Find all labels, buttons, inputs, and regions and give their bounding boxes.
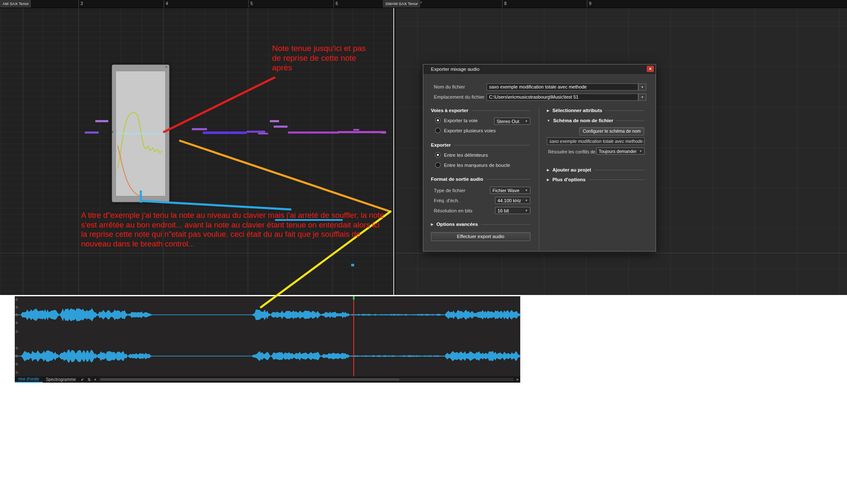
scroll-right-icon[interactable]: ► [516, 378, 519, 381]
midi-note[interactable] [192, 128, 207, 130]
conflicts-label: Résoudre les conflits de. [548, 148, 597, 155]
channel-select-dropdown[interactable]: Stereo Out ▼ [494, 118, 530, 125]
scale-label: 0 [16, 354, 18, 358]
dialog-title: Exporter mixage audio [423, 64, 479, 74]
radio-icon[interactable] [435, 128, 441, 133]
radio-between-locators[interactable]: Entre les délimiteurs [435, 152, 488, 158]
annotation-paragraph: A titre d"exemple j'ai tenu la note au n… [81, 211, 384, 249]
midi-note[interactable] [85, 131, 99, 134]
playhead-cursor[interactable] [353, 296, 354, 376]
tab-spectrogram[interactable]: Spectrogramme [43, 377, 79, 382]
midi-note[interactable] [270, 120, 279, 122]
filename-input[interactable]: saxo exemple modification totale avec me… [487, 83, 638, 91]
scale-label: 0 [16, 313, 18, 317]
sample-rate-dropdown[interactable]: 44.100 kHz ▼ [495, 197, 530, 204]
midi-note[interactable] [288, 131, 339, 134]
radio-export-channel[interactable]: Exporter la voie [435, 118, 478, 123]
export-audio-button[interactable]: Effectuer export audio [431, 232, 530, 241]
waveform-burst [128, 353, 152, 359]
waveform-burst [271, 351, 321, 361]
waveform-burst [271, 311, 321, 319]
bit-depth-dropdown[interactable]: 16 bit ▼ [495, 207, 530, 214]
radio-cycle-markers[interactable]: Entre les marqueurs de boucle [435, 162, 510, 168]
midi-note[interactable] [203, 131, 247, 134]
checkbox-icon[interactable]: ✔ [81, 378, 84, 382]
waveform-burst [445, 310, 520, 319]
configure-scheme-button[interactable]: Configurer le schéma de nom [579, 127, 644, 135]
location-history-button[interactable]: ▼ [638, 94, 646, 101]
collapse-arrow-icon: ▶ [547, 168, 549, 172]
midi-note[interactable] [274, 126, 288, 128]
waveform-burst [128, 311, 152, 318]
waveform-burst [350, 314, 444, 316]
left-marker-icon: × [111, 130, 113, 134]
scroll-left-icon[interactable]: ◄ [93, 378, 97, 381]
waveform-burst [21, 308, 59, 321]
scale-label: 6- [16, 321, 19, 325]
app-stage: AM SAX Tenor SWAM SAX Tenor 3456789 · · … [0, 0, 847, 504]
tab-waveform[interactable]: rme d'onde [15, 376, 43, 383]
section-format: Format de sortie audio [431, 177, 530, 182]
waveform-panel[interactable]: 06-06-0-6-06-0- rme d'onde Spectrogramme… [15, 296, 520, 383]
radio-export-multiple[interactable]: Exporter plusieurs voies [435, 128, 496, 133]
filename-label: Nom du fichier [434, 83, 465, 91]
midi-note[interactable] [381, 131, 386, 134]
waveform-burst [252, 351, 271, 361]
midi-note[interactable] [258, 133, 268, 134]
close-icon[interactable]: × [165, 65, 167, 69]
scale-label: 0- [16, 330, 19, 334]
midi-event-dot[interactable] [351, 264, 354, 266]
file-type-dropdown[interactable]: Fichier Wave ▼ [490, 187, 530, 194]
waveform-burst [445, 351, 520, 361]
amplitude-scale: 06-06-0-6-06-0- [15, 296, 23, 376]
waveform-burst [252, 309, 271, 320]
controller-popup[interactable]: · · · · × × [112, 64, 169, 202]
radio-selected-icon[interactable] [435, 152, 441, 158]
collapse-arrow-icon: ▼ [547, 119, 550, 123]
collapse-arrow-icon: ▶ [431, 223, 433, 226]
naming-scheme-toggle[interactable]: ▼ Schéma de nom de fichier [547, 118, 645, 123]
scale-label: 6- [16, 362, 19, 366]
scale-label: 0- [16, 370, 19, 375]
annotation-note-text: Note tenue jusqu'ici et pasde reprise de… [272, 43, 366, 72]
collapse-arrow-icon: ▶ [547, 178, 549, 182]
scale-label: 6- [16, 346, 19, 350]
drag-handle-icon[interactable]: · · · · [112, 65, 169, 70]
waveform-burst [321, 353, 350, 359]
add-to-project-toggle[interactable]: ▶ Ajouter au projet [547, 167, 645, 172]
scale-label: 6- [16, 305, 19, 309]
advanced-options-toggle[interactable]: ▶ Options avancées [431, 222, 530, 227]
conflicts-dropdown[interactable]: Toujours demander ▼ [596, 147, 645, 155]
waveform-burst [97, 351, 128, 361]
bit-depth-label: Résolution en bits [434, 207, 472, 214]
location-input[interactable]: C:\Users\ericmusicstrasbourg\Music\test … [487, 94, 638, 101]
waveform-burst [21, 350, 59, 362]
sort-arrows-icon[interactable]: ⇅ [87, 378, 91, 382]
filename-history-button[interactable]: ▼ [638, 83, 646, 91]
dialog-titlebar[interactable]: Exporter mixage audio × [423, 64, 656, 74]
scrollbar-thumb[interactable] [101, 378, 399, 381]
midi-note[interactable] [353, 129, 359, 131]
chevron-down-icon: ▼ [639, 150, 642, 153]
close-button[interactable]: × [647, 66, 654, 72]
more-options-toggle[interactable]: ▶ Plus d'options [547, 177, 645, 182]
waveform-burst [350, 355, 444, 357]
location-label: Emplacement du fichier [434, 94, 484, 101]
horizontal-scrollbar[interactable] [99, 378, 514, 381]
dialog-column-divider [539, 107, 539, 250]
waveform-burst [59, 308, 97, 321]
radio-icon[interactable] [435, 162, 441, 168]
chevron-down-icon: ▼ [525, 120, 528, 123]
scale-label: 0 [16, 298, 18, 302]
midi-note[interactable] [95, 120, 108, 122]
waveform-burst [97, 309, 128, 320]
controller-canvas[interactable] [116, 71, 166, 196]
section-channels: Voies à exporter [431, 108, 530, 113]
waveform-tabbar: rme d'onde Spectrogramme ✔ ⇅ ◄ ► [15, 376, 520, 383]
sample-rate-label: Fréq. d'éch. [434, 197, 459, 204]
attributes-toggle[interactable]: ▶ Sélectionner attributs [547, 108, 645, 113]
playhead-marker-icon [353, 296, 355, 300]
midi-note[interactable] [338, 131, 386, 133]
chevron-down-icon: ▼ [525, 189, 528, 192]
radio-selected-icon[interactable] [435, 118, 441, 123]
